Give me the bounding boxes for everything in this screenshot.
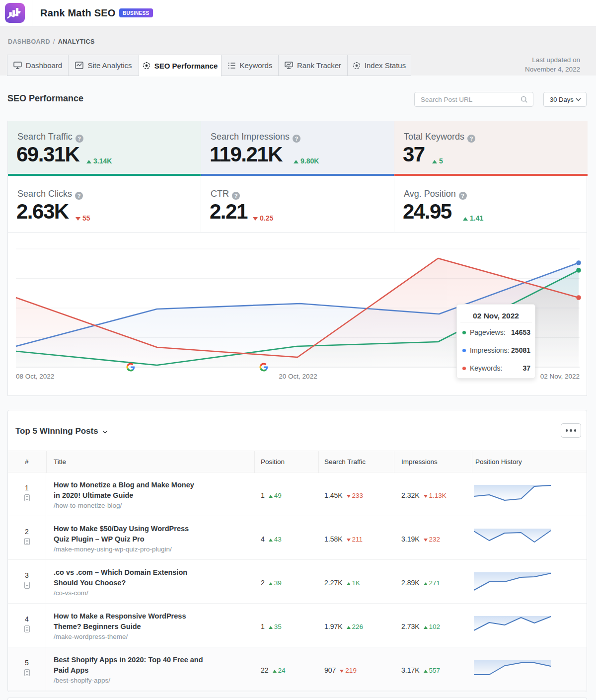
svg-text:20 Oct, 2022: 20 Oct, 2022	[279, 373, 317, 380]
svg-text:08 Oct, 2022: 08 Oct, 2022	[16, 373, 54, 380]
svg-text:02 Nov, 2022: 02 Nov, 2022	[540, 373, 580, 380]
